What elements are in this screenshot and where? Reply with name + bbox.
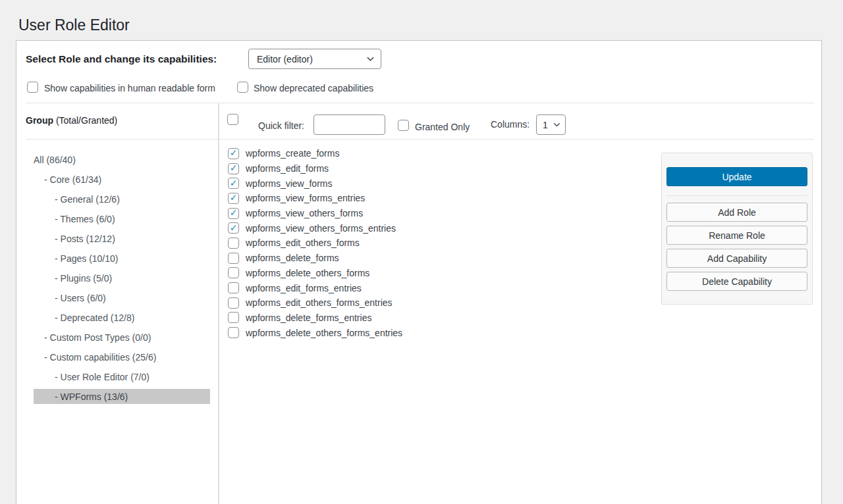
chevron-down-icon <box>366 54 375 64</box>
capability-list: ✓ wpforms_create_forms ✓ wpforms_edit_fo… <box>228 146 402 340</box>
action-panel: Update Add Role Rename Role Add Capabili… <box>661 153 813 305</box>
group-tree-item-label: - Pages (10/10) <box>34 253 119 264</box>
separator <box>26 139 814 139</box>
add-role-button[interactable]: Add Role <box>666 203 807 222</box>
capability-checkbox[interactable]: ✓ <box>228 208 239 219</box>
capability-row: ✓ wpforms_view_others_forms <box>228 206 402 221</box>
capability-name: wpforms_delete_others_forms <box>246 268 369 278</box>
group-tree-item-label: - Core (61/34) <box>34 174 101 185</box>
group-tree-item[interactable]: - User Role Editor (7/0) <box>34 369 210 384</box>
group-tree-item-label: - Users (6/0) <box>34 293 106 303</box>
check-icon: ✓ <box>230 208 238 217</box>
update-button[interactable]: Update <box>666 167 807 186</box>
capability-name: wpforms_delete_forms_entries <box>246 313 371 323</box>
columns-select[interactable]: 1 <box>536 114 566 135</box>
columns-select-value: 1 <box>543 120 548 130</box>
capability-row: ✓ wpforms_delete_others_forms <box>228 266 402 281</box>
capability-name: wpforms_edit_others_forms <box>246 238 360 248</box>
column-divider <box>218 103 219 504</box>
group-column-header: Group (Total/Granted) <box>26 115 117 126</box>
capability-name: wpforms_view_others_forms <box>246 208 363 218</box>
capability-checkbox[interactable]: ✓ <box>228 238 239 249</box>
group-tree-item-label: - User Role Editor (7/0) <box>34 372 150 382</box>
group-tree-item[interactable]: - Pages (10/10) <box>34 251 210 266</box>
add-capability-button[interactable]: Add Capability <box>666 249 807 268</box>
human-readable-label: Show capabilities in human readable form <box>44 83 215 93</box>
group-tree-item[interactable]: - General (12/6) <box>34 191 210 207</box>
capability-name: wpforms_edit_forms_entries <box>246 283 362 293</box>
separator <box>666 195 807 196</box>
delete-capability-button[interactable]: Delete Capability <box>666 272 807 291</box>
group-tree-item[interactable]: - Core (61/34) <box>34 172 210 187</box>
columns-label: Columns: <box>491 119 530 130</box>
capability-name: wpforms_view_forms <box>246 178 332 189</box>
separator <box>26 103 814 103</box>
select-role-label: Select Role and change its capabilities: <box>26 53 217 65</box>
group-tree-item[interactable]: - Plugins (5/0) <box>34 270 210 286</box>
capability-name: wpforms_view_forms_entries <box>246 193 365 203</box>
check-icon: ✓ <box>230 193 238 202</box>
capability-name: wpforms_delete_others_forms_entries <box>246 328 402 338</box>
group-tree-item-label: - WPForms (13/6) <box>34 391 128 402</box>
capability-row: ✓ wpforms_view_forms_entries <box>228 191 402 206</box>
check-icon: ✓ <box>230 178 238 188</box>
group-tree-item-label: - Custom Post Types (0/0) <box>34 332 151 343</box>
capability-row: ✓ wpforms_edit_others_forms_entries <box>228 295 402 311</box>
rename-role-button[interactable]: Rename Role <box>666 226 807 245</box>
capability-checkbox[interactable]: ✓ <box>228 193 239 204</box>
granted-only-checkbox[interactable]: ✓ <box>398 120 409 131</box>
user-role-editor-panel: Select Role and change its capabilities:… <box>16 40 822 504</box>
check-icon: ✓ <box>230 223 238 232</box>
group-tree-item-label: - Deprecated (12/8) <box>34 313 134 323</box>
capability-checkbox[interactable]: ✓ <box>228 253 239 264</box>
group-tree-item-label: - General (12/6) <box>34 194 120 205</box>
group-tree-item-label: - Plugins (5/0) <box>34 273 112 284</box>
quick-filter-input[interactable] <box>313 114 385 135</box>
group-tree-item[interactable]: - Deprecated (12/8) <box>34 310 210 325</box>
granted-only-label: Granted Only <box>415 122 470 132</box>
chevron-down-icon <box>553 120 561 129</box>
group-header-suffix: (Total/Granted) <box>53 115 117 126</box>
group-tree-item-label: - Themes (6/0) <box>34 214 115 224</box>
group-tree-item[interactable]: - Custom capabilities (25/6) <box>34 349 210 365</box>
capability-checkbox[interactable]: ✓ <box>228 222 239 234</box>
capability-name: wpforms_edit_forms <box>246 163 329 174</box>
group-header-title: Group <box>26 115 53 126</box>
capability-checkbox[interactable]: ✓ <box>228 312 239 323</box>
deprecated-label: Show deprecated capabilities <box>254 83 373 93</box>
capability-row: ✓ wpforms_create_forms <box>228 146 402 161</box>
quick-filter-label: Quick filter: <box>258 120 304 131</box>
capability-checkbox[interactable]: ✓ <box>228 267 239 278</box>
group-tree-item[interactable]: All (86/40) <box>34 152 210 167</box>
check-icon: ✓ <box>230 148 238 157</box>
capability-checkbox[interactable]: ✓ <box>228 297 239 309</box>
capability-row: ✓ wpforms_edit_forms <box>228 161 402 176</box>
capability-row: ✓ wpforms_delete_others_forms_entries <box>228 325 402 340</box>
capability-checkbox[interactable]: ✓ <box>228 148 239 159</box>
group-tree: All (86/40) - Core (61/34) - General (12… <box>34 152 210 409</box>
group-tree-item[interactable]: - Custom Post Types (0/0) <box>34 330 210 345</box>
capability-row: ✓ wpforms_edit_others_forms <box>228 236 402 251</box>
role-select[interactable]: Editor (editor) <box>248 49 381 69</box>
page-title: User Role Editor <box>18 16 130 35</box>
group-tree-item-label: - Custom capabilities (25/6) <box>34 352 156 363</box>
capability-row: ✓ wpforms_view_others_forms_entries <box>228 220 402 236</box>
capability-row: ✓ wpforms_view_forms <box>228 176 402 191</box>
capability-checkbox[interactable]: ✓ <box>228 327 239 338</box>
select-all-checkbox[interactable]: ✓ <box>227 114 238 125</box>
group-tree-item[interactable]: - Users (6/0) <box>34 290 210 305</box>
group-tree-item[interactable]: - Themes (6/0) <box>34 211 210 226</box>
group-tree-item[interactable]: - WPForms (13/6) <box>34 389 210 404</box>
capability-checkbox[interactable]: ✓ <box>228 163 239 174</box>
capability-row: ✓ wpforms_delete_forms <box>228 251 402 266</box>
group-tree-item[interactable]: - Posts (12/12) <box>34 231 210 246</box>
human-readable-checkbox[interactable]: ✓ <box>27 82 38 93</box>
capability-name: wpforms_edit_others_forms_entries <box>246 297 393 308</box>
group-tree-item-label: - Posts (12/12) <box>34 234 115 244</box>
capability-name: wpforms_create_forms <box>246 148 339 159</box>
capability-checkbox[interactable]: ✓ <box>228 282 239 293</box>
capability-name: wpforms_view_others_forms_entries <box>246 223 396 234</box>
capability-row: ✓ wpforms_edit_forms_entries <box>228 280 402 295</box>
capability-checkbox[interactable]: ✓ <box>228 178 239 189</box>
deprecated-checkbox[interactable]: ✓ <box>237 82 248 93</box>
